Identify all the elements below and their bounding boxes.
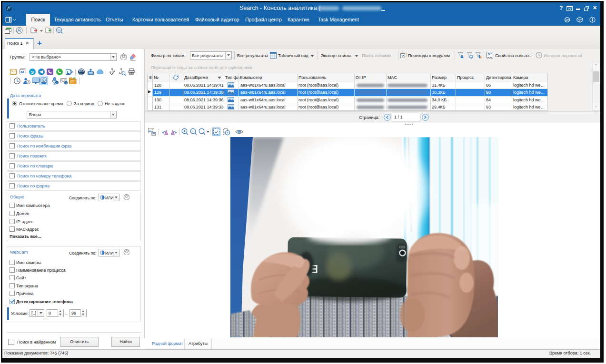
svg-text:L: L [67, 70, 69, 75]
svg-text:IM: IM [20, 70, 24, 74]
svg-text:API: API [566, 19, 569, 21]
svg-text:FTP: FTP [89, 72, 93, 75]
svg-text:HTTP: HTTP [79, 71, 84, 73]
svg-text:S: S [31, 69, 34, 75]
svg-text:ID: ID [58, 29, 61, 32]
